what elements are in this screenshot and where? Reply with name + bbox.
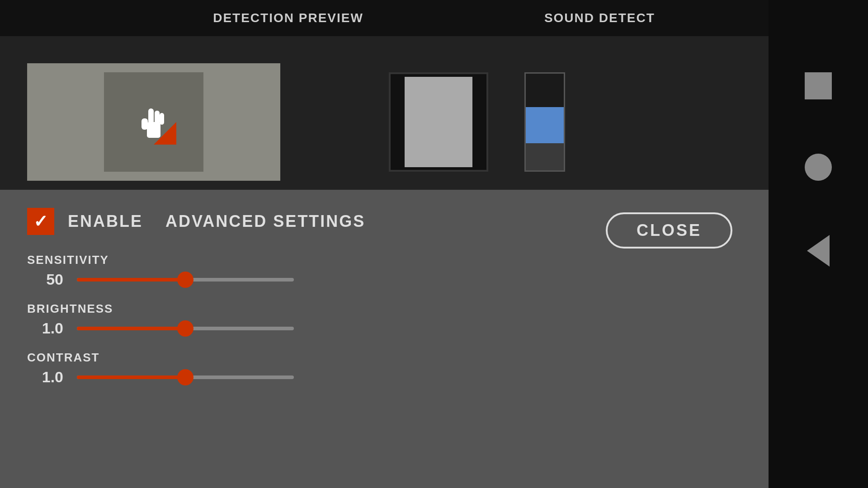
back-button[interactable] [807,235,830,267]
close-button[interactable]: CLOSE [606,212,732,249]
sensitivity-track [77,278,294,282]
detection-preview-box [389,72,488,172]
sound-meter-dark-fill [526,143,564,170]
sensitivity-value: 50 [27,271,63,288]
record-button[interactable] [805,154,832,181]
header-bar: DETECTION PREVIEW SOUND DETECT [0,0,868,36]
detection-inner-box [405,77,472,167]
sensitivity-section: SENSITIVITY 50 [27,253,741,288]
contrast-value: 1.0 [27,368,63,386]
bottom-panel: ✓ ENABLE ADVANCED SETTINGS CLOSE SENSITI… [0,190,769,488]
contrast-section: CONTRAST 1.0 [27,351,741,386]
camera-feed-inner [104,72,203,172]
contrast-row: 1.0 [27,368,741,386]
svg-rect-4 [142,118,148,130]
sound-meter [524,72,565,172]
brightness-section: BRIGHTNESS 1.0 [27,302,741,337]
contrast-track [77,375,294,379]
enable-checkbox[interactable]: ✓ [27,208,54,235]
sound-meter-blue-fill [526,107,564,143]
enable-label: ENABLE [68,212,143,231]
right-sidebar [769,0,868,488]
sensitivity-row: 50 [27,271,741,288]
checkmark-icon: ✓ [33,213,48,230]
contrast-label: CONTRAST [27,351,741,365]
detection-preview-label: DETECTION PREVIEW [213,11,363,25]
stop-button[interactable] [805,72,832,99]
camera-feed [27,63,280,181]
svg-rect-1 [148,108,154,124]
brightness-track [77,327,294,330]
brightness-label: BRIGHTNESS [27,302,741,316]
sensitivity-label: SENSITIVITY [27,253,741,267]
brightness-row: 1.0 [27,319,741,337]
sound-detect-label: SOUND DETECT [544,11,655,25]
advanced-settings-label: ADVANCED SETTINGS [165,212,365,231]
brightness-value: 1.0 [27,319,63,337]
touch-icon [131,99,176,145]
orange-corner [154,122,176,145]
preview-area [0,36,769,208]
